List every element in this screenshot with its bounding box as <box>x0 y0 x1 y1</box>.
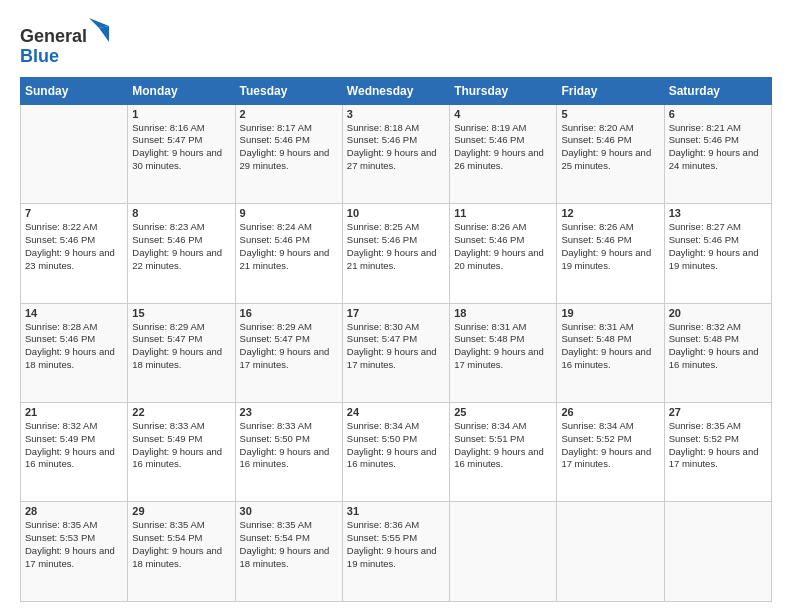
calendar-week-1: 1Sunrise: 8:16 AM Sunset: 5:47 PM Daylig… <box>21 104 772 203</box>
calendar-cell: 16Sunrise: 8:29 AM Sunset: 5:47 PM Dayli… <box>235 303 342 402</box>
day-number: 28 <box>25 505 123 517</box>
calendar-cell: 11Sunrise: 8:26 AM Sunset: 5:46 PM Dayli… <box>450 204 557 303</box>
day-number: 10 <box>347 207 445 219</box>
day-number: 31 <box>347 505 445 517</box>
day-number: 18 <box>454 307 552 319</box>
day-info: Sunrise: 8:33 AM Sunset: 5:49 PM Dayligh… <box>132 420 230 471</box>
day-info: Sunrise: 8:34 AM Sunset: 5:50 PM Dayligh… <box>347 420 445 471</box>
day-number: 22 <box>132 406 230 418</box>
day-info: Sunrise: 8:20 AM Sunset: 5:46 PM Dayligh… <box>561 122 659 173</box>
day-info: Sunrise: 8:21 AM Sunset: 5:46 PM Dayligh… <box>669 122 767 173</box>
weekday-header-friday: Friday <box>557 77 664 104</box>
day-number: 25 <box>454 406 552 418</box>
calendar-cell: 21Sunrise: 8:32 AM Sunset: 5:49 PM Dayli… <box>21 403 128 502</box>
logo-bird-icon <box>89 18 109 42</box>
day-number: 1 <box>132 108 230 120</box>
calendar-cell: 19Sunrise: 8:31 AM Sunset: 5:48 PM Dayli… <box>557 303 664 402</box>
day-info: Sunrise: 8:25 AM Sunset: 5:46 PM Dayligh… <box>347 221 445 272</box>
weekday-header-monday: Monday <box>128 77 235 104</box>
weekday-header-wednesday: Wednesday <box>342 77 449 104</box>
page: General Blue SundayMondayTuesdayWednesda… <box>0 0 792 612</box>
day-info: Sunrise: 8:19 AM Sunset: 5:46 PM Dayligh… <box>454 122 552 173</box>
calendar-cell: 30Sunrise: 8:35 AM Sunset: 5:54 PM Dayli… <box>235 502 342 602</box>
day-number: 7 <box>25 207 123 219</box>
calendar-cell: 15Sunrise: 8:29 AM Sunset: 5:47 PM Dayli… <box>128 303 235 402</box>
day-info: Sunrise: 8:36 AM Sunset: 5:55 PM Dayligh… <box>347 519 445 570</box>
calendar-table: SundayMondayTuesdayWednesdayThursdayFrid… <box>20 77 772 602</box>
day-info: Sunrise: 8:35 AM Sunset: 5:52 PM Dayligh… <box>669 420 767 471</box>
day-info: Sunrise: 8:29 AM Sunset: 5:47 PM Dayligh… <box>240 321 338 372</box>
day-number: 5 <box>561 108 659 120</box>
calendar-cell: 4Sunrise: 8:19 AM Sunset: 5:46 PM Daylig… <box>450 104 557 203</box>
calendar-cell: 24Sunrise: 8:34 AM Sunset: 5:50 PM Dayli… <box>342 403 449 502</box>
day-number: 11 <box>454 207 552 219</box>
day-info: Sunrise: 8:24 AM Sunset: 5:46 PM Dayligh… <box>240 221 338 272</box>
calendar-week-4: 21Sunrise: 8:32 AM Sunset: 5:49 PM Dayli… <box>21 403 772 502</box>
day-number: 27 <box>669 406 767 418</box>
day-info: Sunrise: 8:34 AM Sunset: 5:52 PM Dayligh… <box>561 420 659 471</box>
day-info: Sunrise: 8:16 AM Sunset: 5:47 PM Dayligh… <box>132 122 230 173</box>
calendar-cell: 12Sunrise: 8:26 AM Sunset: 5:46 PM Dayli… <box>557 204 664 303</box>
calendar-cell: 18Sunrise: 8:31 AM Sunset: 5:48 PM Dayli… <box>450 303 557 402</box>
day-info: Sunrise: 8:22 AM Sunset: 5:46 PM Dayligh… <box>25 221 123 272</box>
calendar-cell: 27Sunrise: 8:35 AM Sunset: 5:52 PM Dayli… <box>664 403 771 502</box>
weekday-header-thursday: Thursday <box>450 77 557 104</box>
calendar-cell: 31Sunrise: 8:36 AM Sunset: 5:55 PM Dayli… <box>342 502 449 602</box>
calendar-cell <box>664 502 771 602</box>
calendar-cell: 5Sunrise: 8:20 AM Sunset: 5:46 PM Daylig… <box>557 104 664 203</box>
day-number: 3 <box>347 108 445 120</box>
calendar-cell: 29Sunrise: 8:35 AM Sunset: 5:54 PM Dayli… <box>128 502 235 602</box>
weekday-header-saturday: Saturday <box>664 77 771 104</box>
day-number: 23 <box>240 406 338 418</box>
day-number: 8 <box>132 207 230 219</box>
calendar-week-3: 14Sunrise: 8:28 AM Sunset: 5:46 PM Dayli… <box>21 303 772 402</box>
calendar-cell: 14Sunrise: 8:28 AM Sunset: 5:46 PM Dayli… <box>21 303 128 402</box>
day-number: 12 <box>561 207 659 219</box>
weekday-header-row: SundayMondayTuesdayWednesdayThursdayFrid… <box>21 77 772 104</box>
day-info: Sunrise: 8:33 AM Sunset: 5:50 PM Dayligh… <box>240 420 338 471</box>
day-number: 13 <box>669 207 767 219</box>
calendar-cell: 28Sunrise: 8:35 AM Sunset: 5:53 PM Dayli… <box>21 502 128 602</box>
day-info: Sunrise: 8:18 AM Sunset: 5:46 PM Dayligh… <box>347 122 445 173</box>
calendar-cell: 9Sunrise: 8:24 AM Sunset: 5:46 PM Daylig… <box>235 204 342 303</box>
calendar-cell: 25Sunrise: 8:34 AM Sunset: 5:51 PM Dayli… <box>450 403 557 502</box>
calendar-cell: 10Sunrise: 8:25 AM Sunset: 5:46 PM Dayli… <box>342 204 449 303</box>
day-info: Sunrise: 8:29 AM Sunset: 5:47 PM Dayligh… <box>132 321 230 372</box>
day-info: Sunrise: 8:23 AM Sunset: 5:46 PM Dayligh… <box>132 221 230 272</box>
day-info: Sunrise: 8:31 AM Sunset: 5:48 PM Dayligh… <box>454 321 552 372</box>
logo-general: General <box>20 26 87 46</box>
day-info: Sunrise: 8:32 AM Sunset: 5:48 PM Dayligh… <box>669 321 767 372</box>
header: General Blue <box>20 18 772 67</box>
day-info: Sunrise: 8:32 AM Sunset: 5:49 PM Dayligh… <box>25 420 123 471</box>
day-number: 2 <box>240 108 338 120</box>
calendar-cell: 22Sunrise: 8:33 AM Sunset: 5:49 PM Dayli… <box>128 403 235 502</box>
calendar-cell: 26Sunrise: 8:34 AM Sunset: 5:52 PM Dayli… <box>557 403 664 502</box>
day-info: Sunrise: 8:28 AM Sunset: 5:46 PM Dayligh… <box>25 321 123 372</box>
day-number: 9 <box>240 207 338 219</box>
calendar-week-5: 28Sunrise: 8:35 AM Sunset: 5:53 PM Dayli… <box>21 502 772 602</box>
calendar-cell <box>557 502 664 602</box>
day-number: 14 <box>25 307 123 319</box>
day-number: 16 <box>240 307 338 319</box>
calendar-cell: 3Sunrise: 8:18 AM Sunset: 5:46 PM Daylig… <box>342 104 449 203</box>
day-info: Sunrise: 8:17 AM Sunset: 5:46 PM Dayligh… <box>240 122 338 173</box>
day-number: 21 <box>25 406 123 418</box>
day-info: Sunrise: 8:26 AM Sunset: 5:46 PM Dayligh… <box>561 221 659 272</box>
day-number: 20 <box>669 307 767 319</box>
day-number: 6 <box>669 108 767 120</box>
day-number: 17 <box>347 307 445 319</box>
weekday-header-sunday: Sunday <box>21 77 128 104</box>
day-info: Sunrise: 8:31 AM Sunset: 5:48 PM Dayligh… <box>561 321 659 372</box>
calendar-cell: 2Sunrise: 8:17 AM Sunset: 5:46 PM Daylig… <box>235 104 342 203</box>
calendar-cell: 8Sunrise: 8:23 AM Sunset: 5:46 PM Daylig… <box>128 204 235 303</box>
day-info: Sunrise: 8:35 AM Sunset: 5:53 PM Dayligh… <box>25 519 123 570</box>
day-info: Sunrise: 8:30 AM Sunset: 5:47 PM Dayligh… <box>347 321 445 372</box>
day-number: 24 <box>347 406 445 418</box>
calendar-week-2: 7Sunrise: 8:22 AM Sunset: 5:46 PM Daylig… <box>21 204 772 303</box>
calendar-cell: 23Sunrise: 8:33 AM Sunset: 5:50 PM Dayli… <box>235 403 342 502</box>
weekday-header-tuesday: Tuesday <box>235 77 342 104</box>
day-number: 30 <box>240 505 338 517</box>
calendar-cell: 1Sunrise: 8:16 AM Sunset: 5:47 PM Daylig… <box>128 104 235 203</box>
calendar-cell: 13Sunrise: 8:27 AM Sunset: 5:46 PM Dayli… <box>664 204 771 303</box>
day-number: 15 <box>132 307 230 319</box>
